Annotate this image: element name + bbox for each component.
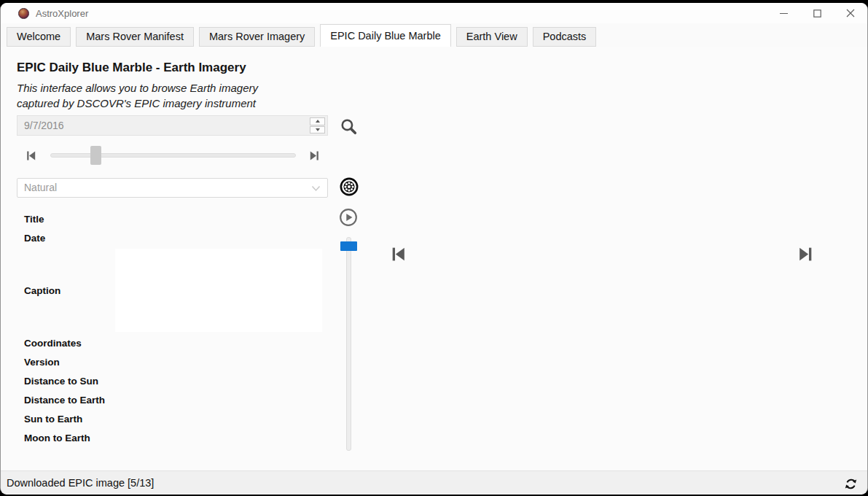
field-label-moon-to-earth: Moon to Earth bbox=[24, 433, 90, 443]
triangle-up-icon bbox=[316, 120, 320, 123]
triangle-down-icon bbox=[316, 128, 320, 131]
film-reel-button[interactable] bbox=[340, 177, 359, 196]
previous-image-button[interactable] bbox=[388, 244, 407, 263]
skip-to-end-button[interactable] bbox=[308, 149, 321, 162]
skip-to-start-icon bbox=[25, 150, 37, 162]
tab-mars-rover-manifest[interactable]: Mars Rover Manifest bbox=[76, 27, 194, 47]
tab-podcasts[interactable]: Podcasts bbox=[533, 27, 597, 47]
minimize-button[interactable] bbox=[767, 3, 800, 23]
refresh-icon bbox=[843, 476, 859, 492]
skip-to-start-button[interactable] bbox=[24, 149, 37, 162]
date-slider[interactable] bbox=[50, 146, 296, 165]
field-label-caption: Caption bbox=[24, 285, 60, 296]
date-spinner bbox=[310, 117, 325, 133]
page-subtitle: This interface allows you to browse Eart… bbox=[17, 80, 258, 111]
play-icon bbox=[339, 208, 358, 227]
minimize-icon bbox=[780, 9, 788, 18]
date-slider-track[interactable] bbox=[50, 153, 296, 158]
search-icon bbox=[340, 117, 358, 136]
field-label-date: Date bbox=[24, 233, 45, 244]
next-image-button[interactable] bbox=[796, 244, 815, 263]
page-subtitle-line1: This interface allows you to browse Eart… bbox=[17, 80, 258, 96]
color-mode-selected: Natural bbox=[24, 182, 57, 193]
page-title: EPIC Daily Blue Marble - Earth Imagery bbox=[17, 61, 246, 75]
caption-textbox[interactable] bbox=[115, 249, 322, 332]
field-label-distance-to-sun: Distance to Sun bbox=[24, 376, 98, 387]
image-slider-track[interactable] bbox=[346, 237, 351, 451]
date-slider-handle[interactable] bbox=[90, 146, 101, 165]
status-text: Downloaded EPIC image [5/13] bbox=[7, 477, 154, 489]
field-label-coordinates: Coordinates bbox=[24, 338, 82, 349]
date-input[interactable]: 9/7/2016 bbox=[17, 115, 328, 136]
skip-to-end-icon bbox=[308, 150, 321, 162]
tab-strip: Welcome Mars Rover Manifest Mars Rover I… bbox=[1, 23, 867, 47]
field-label-version: Version bbox=[24, 357, 60, 368]
maximize-button[interactable] bbox=[800, 3, 834, 23]
spinner-down-button[interactable] bbox=[310, 126, 325, 134]
next-image-icon bbox=[797, 245, 815, 263]
search-button[interactable] bbox=[339, 117, 358, 136]
maximize-icon bbox=[813, 9, 821, 18]
refresh-button[interactable] bbox=[842, 476, 859, 492]
image-slider-handle[interactable] bbox=[340, 241, 357, 251]
date-input-value: 9/7/2016 bbox=[24, 120, 64, 131]
app-window: AstroXplorer Welcome Mars Rover Manifest… bbox=[0, 3, 868, 495]
close-button[interactable] bbox=[834, 3, 867, 23]
status-bar: Downloaded EPIC image [5/13] bbox=[1, 470, 867, 495]
title-bar: AstroXplorer bbox=[1, 3, 867, 23]
play-button[interactable] bbox=[339, 208, 358, 227]
color-mode-dropdown[interactable]: Natural bbox=[17, 178, 328, 198]
planet-icon bbox=[18, 8, 29, 19]
chevron-down-icon bbox=[311, 185, 321, 192]
film-reel-icon bbox=[340, 177, 359, 196]
previous-image-icon bbox=[389, 245, 407, 263]
field-label-distance-to-earth: Distance to Earth bbox=[24, 395, 105, 406]
tab-earth-view[interactable]: Earth View bbox=[456, 27, 528, 47]
field-label-sun-to-earth: Sun to Earth bbox=[24, 414, 82, 425]
close-icon bbox=[846, 9, 855, 18]
window-controls bbox=[767, 3, 867, 23]
page-subtitle-line2: captured by DSCOVR's EPIC imagery instru… bbox=[17, 96, 258, 111]
tab-epic-daily-blue-marble[interactable]: EPIC Daily Blue Marble bbox=[320, 24, 451, 47]
spinner-up-button[interactable] bbox=[310, 117, 325, 125]
tab-welcome[interactable]: Welcome bbox=[7, 27, 71, 47]
window-title: AstroXplorer bbox=[36, 8, 88, 19]
tab-mars-rover-imagery[interactable]: Mars Rover Imagery bbox=[199, 27, 315, 47]
field-label-title: Title bbox=[24, 214, 44, 225]
image-slider[interactable] bbox=[340, 237, 357, 451]
